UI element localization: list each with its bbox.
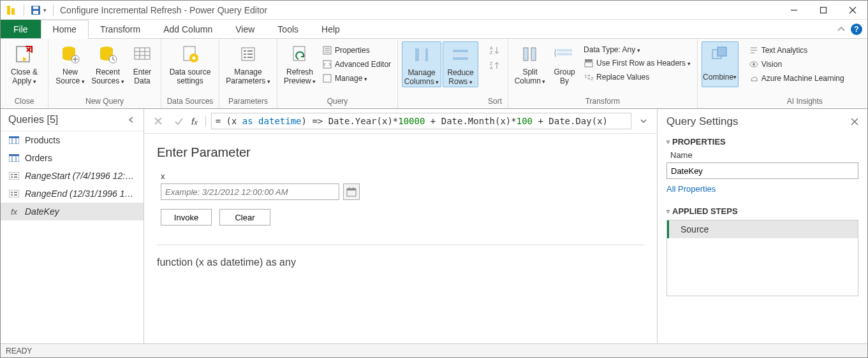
titlebar: ▾ Configure Incremental Refresh - Power … xyxy=(1,1,867,20)
new-source-button[interactable]: New Source xyxy=(52,41,88,86)
refresh-preview-button[interactable]: Refresh Preview xyxy=(281,41,318,86)
status-bar: READY xyxy=(1,343,867,357)
collapse-ribbon-icon[interactable] xyxy=(835,24,847,35)
query-item-orders[interactable]: Orders xyxy=(1,149,143,167)
svg-text:Z: Z xyxy=(490,50,493,55)
recent-sources-button[interactable]: Recent Sources xyxy=(89,41,126,86)
svg-rect-49 xyxy=(557,53,572,55)
applied-steps-section[interactable]: APPLIED STEPS xyxy=(666,206,858,216)
svg-rect-71 xyxy=(14,174,17,175)
svg-rect-50 xyxy=(585,59,592,62)
date-picker-button[interactable] xyxy=(343,183,360,200)
accept-formula-icon[interactable] xyxy=(171,113,186,129)
data-type-button[interactable]: Data Type: Any xyxy=(581,44,693,55)
svg-point-60 xyxy=(753,63,755,66)
param-label-x: x xyxy=(161,171,644,181)
tab-file[interactable]: File xyxy=(1,20,41,38)
properties-button[interactable]: Properties xyxy=(320,44,394,57)
split-column-button[interactable]: Split Column xyxy=(512,41,548,86)
manage-parameters-button[interactable]: Manage Parameters xyxy=(223,41,273,86)
collapse-queries-icon[interactable] xyxy=(127,115,136,124)
group-by-icon xyxy=(553,43,576,66)
sort-asc-button[interactable]: AZ xyxy=(486,45,504,55)
all-properties-link[interactable]: All Properties xyxy=(666,184,858,194)
group-by-button[interactable]: Group By xyxy=(549,41,580,86)
query-item-rangestart[interactable]: RangeStart (7/4/1996 12:… xyxy=(1,167,143,185)
manage-columns-button[interactable]: Manage Columns xyxy=(402,41,441,87)
refresh-icon xyxy=(288,43,311,66)
minimize-button[interactable] xyxy=(779,1,809,20)
vision-icon xyxy=(749,59,759,69)
ribbon: Close & Apply Close New Source Recent So… xyxy=(1,39,867,109)
svg-rect-40 xyxy=(453,54,468,56)
tab-help[interactable]: Help xyxy=(310,20,351,38)
query-settings-panel: Query Settings PROPERTIES Name All Prope… xyxy=(657,109,867,343)
combine-button[interactable]: Combine▾ xyxy=(702,41,739,87)
cancel-formula-icon[interactable] xyxy=(151,113,166,129)
window-title: Configure Incremental Refresh - Power Qu… xyxy=(60,5,267,15)
svg-rect-80 xyxy=(347,189,356,190)
svg-rect-14 xyxy=(135,48,150,59)
svg-rect-0 xyxy=(7,6,10,15)
group-label-query: Query xyxy=(277,96,397,108)
svg-rect-73 xyxy=(14,176,17,178)
tab-transform[interactable]: Transform xyxy=(89,20,152,38)
first-row-headers-button[interactable]: Use First Row as Headers xyxy=(581,57,693,69)
manage-columns-icon xyxy=(410,43,433,66)
maximize-button[interactable] xyxy=(809,1,838,20)
qat-dropdown-icon[interactable]: ▾ xyxy=(43,7,47,13)
queries-title: Queries [5] xyxy=(8,114,58,125)
enter-data-button[interactable]: Enter Data xyxy=(128,41,157,86)
azure-ml-icon xyxy=(749,73,759,83)
close-settings-icon[interactable] xyxy=(851,118,858,125)
svg-rect-70 xyxy=(11,174,13,175)
replace-values-button[interactable]: 12Replace Values xyxy=(581,71,693,83)
svg-rect-26 xyxy=(247,54,253,55)
expand-formula-icon[interactable] xyxy=(636,117,651,125)
tab-view[interactable]: View xyxy=(224,20,266,38)
tab-tools[interactable]: Tools xyxy=(266,20,310,38)
step-source[interactable]: Source xyxy=(667,220,858,238)
properties-section[interactable]: PROPERTIES xyxy=(666,137,858,147)
sort-desc-button[interactable]: ZA xyxy=(486,61,504,71)
query-name-input[interactable] xyxy=(666,162,858,179)
azure-ml-button[interactable]: Azure Machine Learning xyxy=(746,72,847,85)
clear-button[interactable]: Clear xyxy=(219,209,270,226)
param-input-x[interactable] xyxy=(161,183,339,200)
svg-rect-48 xyxy=(557,49,572,52)
parameter-heading: Enter Parameter xyxy=(157,145,644,160)
reduce-rows-button[interactable]: Reduce Rows xyxy=(443,41,478,87)
data-source-settings-button[interactable]: Data source settings xyxy=(165,41,215,86)
advanced-editor-button[interactable]: Advanced Editor xyxy=(320,58,394,71)
group-label-close: Close xyxy=(1,96,48,108)
svg-rect-47 xyxy=(531,48,536,61)
svg-text:A: A xyxy=(490,46,493,50)
vision-button[interactable]: Vision xyxy=(746,58,847,71)
tab-home[interactable]: Home xyxy=(41,20,89,39)
table-icon xyxy=(8,154,20,162)
svg-rect-6 xyxy=(821,7,827,13)
svg-rect-35 xyxy=(323,75,331,82)
applied-steps-list: Source xyxy=(666,220,858,296)
query-item-rangeend[interactable]: RangeEnd (12/31/1996 1… xyxy=(1,185,143,203)
formula-input[interactable]: = (x as datetime) => Date.Year(x)*10000 … xyxy=(211,113,631,129)
svg-rect-72 xyxy=(11,176,13,178)
close-apply-button[interactable]: Close & Apply xyxy=(4,41,44,86)
calendar-icon xyxy=(346,187,357,197)
fx-label: fx xyxy=(191,116,206,127)
query-item-products[interactable]: Products xyxy=(1,131,143,149)
text-analytics-button[interactable]: Text Analytics xyxy=(746,44,847,57)
svg-rect-55 xyxy=(717,47,726,56)
tab-add-column[interactable]: Add Column xyxy=(152,20,224,38)
svg-rect-25 xyxy=(244,54,246,55)
svg-rect-78 xyxy=(14,194,17,196)
query-item-datekey[interactable]: fx DateKey xyxy=(1,203,143,220)
help-icon[interactable]: ? xyxy=(851,24,862,35)
table-icon xyxy=(8,136,20,145)
svg-text:1: 1 xyxy=(584,73,587,79)
invoke-button[interactable]: Invoke xyxy=(161,209,212,226)
save-icon[interactable] xyxy=(31,5,41,15)
manage-button[interactable]: Manage xyxy=(320,72,394,85)
group-label-parameters: Parameters xyxy=(219,96,277,108)
close-button[interactable] xyxy=(838,1,867,20)
